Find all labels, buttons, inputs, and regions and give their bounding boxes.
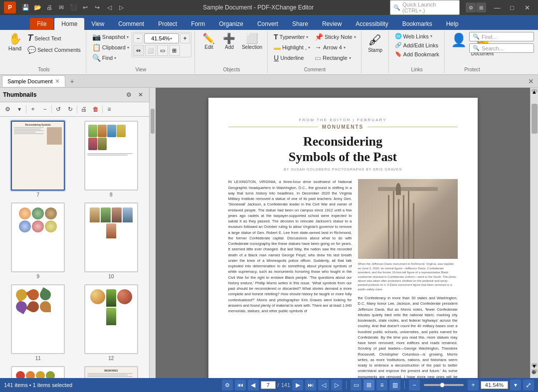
thumb-zoom-out-btn[interactable]: − [39,104,50,115]
selection-btn[interactable]: ⬜ Selection [240,32,264,51]
tab-form[interactable]: Form [184,18,212,30]
tab-file[interactable]: File [30,18,53,30]
stickynote-btn[interactable]: 📌 Sticky Note ▾ [313,32,358,42]
double-page-btn[interactable]: ⊞ [169,45,180,56]
zoom-level-input[interactable] [481,381,508,389]
back-nav-btn[interactable]: ◁ [104,2,115,13]
single-page-btn[interactable]: ▭ [157,45,168,56]
tab-help[interactable]: Help [439,18,466,30]
open-quick-btn[interactable]: 📂 [32,2,43,13]
select-comments-btn[interactable]: 💬 Select Comments [25,45,83,55]
zoom-dd-btn[interactable]: ▾ [510,380,521,391]
zoom-in-status-btn[interactable]: + [468,380,479,391]
web-links-btn[interactable]: 🌐 Web Links ▾ [393,32,441,40]
tab-organize[interactable]: Organize [212,18,250,30]
close-all-tabs-btn[interactable]: ✕ [526,76,536,86]
thumb-more-btn[interactable]: ≡ [104,104,115,115]
email-quick-btn[interactable]: ✉ [56,2,67,13]
fwd-nav-btn[interactable]: ▷ [116,2,127,13]
thumb-page-7[interactable]: Reconsidering Symbols [4,121,72,197]
page-number-input[interactable] [261,381,276,389]
zoom-out-status-btn[interactable]: − [409,380,420,391]
new-tab-btn[interactable]: + [67,76,77,86]
layout-btn[interactable]: ⊞ [476,2,486,12]
thumb-page-12[interactable]: 12 [77,284,146,361]
tab-protect[interactable]: Protect [151,18,184,30]
save-quick-btn[interactable]: 💾 [20,2,31,13]
hand-tool-btn[interactable]: ✋ Hand [5,32,25,67]
edit-btn[interactable]: ✏️ Edit [199,32,219,51]
fit-width-btn[interactable]: ⇔ [133,45,144,56]
left-scrollbar-track[interactable] [150,88,156,378]
close-btn[interactable]: ✕ [520,2,534,13]
thumb-rotate-cw-btn[interactable]: ↻ [65,104,76,115]
view-scroll-btn[interactable]: ≡ [376,380,387,391]
thumb-page-14[interactable]: MEMORIES 14 [77,366,146,378]
add-btn[interactable]: ➕ Add [219,32,239,51]
tab-bookmarks[interactable]: Bookmarks [395,18,439,30]
maximize-btn[interactable]: □ [505,2,519,13]
identity-btn[interactable]: 👤 [449,32,469,67]
stamp-btn[interactable]: 🖋 Stamp [365,32,385,67]
rectangle-btn[interactable]: ▭ Rectangle ▾ [313,53,358,63]
thumbpanel-options-btn[interactable]: ⚙ [123,89,134,100]
tab-share[interactable]: Share [285,18,315,30]
convert-quick-btn[interactable]: ⬛ [68,2,79,13]
pdf-viewport[interactable]: FROM THE EDITOR | FEBRUARY MONUMENTS Rec… [150,88,530,378]
arrow-btn[interactable]: → Arrow 4 ▾ [313,42,358,52]
tab-review[interactable]: Review [315,18,349,30]
right-scrollbar-thumb[interactable] [532,104,538,134]
zoom-slider[interactable] [424,384,464,386]
tab-convert[interactable]: Convert [250,18,285,30]
thumb-delete-btn[interactable]: 🗑 [90,104,101,115]
doc-tab-sample[interactable]: Sample Document ✕ [2,75,65,87]
tab-view[interactable]: View [84,18,111,30]
add-edit-links-btn[interactable]: 🔗 Add/Edit Links [393,41,441,49]
view-double-btn[interactable]: ⊞ [363,380,374,391]
typewriter-btn[interactable]: T Typewriter ▾ [272,32,312,42]
thumb-page-10[interactable]: 10 [77,202,146,279]
thumbpanel-close-btn[interactable]: ✕ [135,89,146,100]
view-facing-btn[interactable]: ▥ [389,380,400,391]
highlight-btn[interactable]: ▬ Highlight , ▾ [272,42,312,52]
thumb-page-13[interactable]: 13 [4,366,72,378]
tab-home[interactable]: Home [54,18,84,30]
nav-prev-btn[interactable]: ◀ [248,380,259,391]
minimize-btn[interactable]: — [490,2,504,13]
doc-tab-close[interactable]: ✕ [55,78,60,85]
tab-comment[interactable]: Comment [111,18,151,30]
thumb-page-11[interactable]: 11 [4,284,72,361]
clipboard-btn[interactable]: 📋 Clipboard ▾ [90,42,131,52]
find-input[interactable]: 🔍 Find... [469,32,534,41]
nav-first-btn[interactable]: ⏮ [235,380,246,391]
add-bookmark-btn[interactable]: 🔖 Add Bookmark [393,50,441,58]
underline-btn[interactable]: U Underline [272,53,312,63]
undo-btn[interactable]: ↩ [80,2,91,13]
zoom-slider-thumb[interactable] [440,383,445,388]
snapshot-btn[interactable]: 📷 Snapshot ▾ [90,32,131,42]
thumb-dd-btn[interactable]: ▾ [14,104,25,115]
expand-btn[interactable]: ⤢ [523,380,534,391]
fit-page-btn[interactable]: ⬜ [145,45,156,56]
thumb-page-9[interactable]: 9 [4,202,72,279]
nav-settings-btn[interactable]: ⚙ [222,380,233,391]
select-text-btn[interactable]: T Select Text [25,32,83,44]
app-settings-btn[interactable]: ⚙ [466,2,476,12]
thumb-rotate-ccw-btn[interactable]: ↺ [53,104,64,115]
zoom-input-display[interactable]: 41.54%▾ [144,33,179,43]
thumb-zoom-in-btn[interactable]: + [27,104,38,115]
nav-back-btn[interactable]: ◁ [318,380,329,391]
thumb-print-btn[interactable]: 🖨 [78,104,89,115]
thumb-page-8[interactable]: 8 [77,121,146,197]
tab-accessibility[interactable]: Accessibility [349,18,395,30]
scroll-down-arrow[interactable]: ▼ [532,363,538,367]
scroll-end-arrow[interactable]: ⊕ [532,369,538,373]
nav-last-btn[interactable]: ⏭ [305,380,316,391]
left-scrollbar-thumb[interactable] [151,109,155,134]
nav-next-btn[interactable]: ▶ [292,380,303,391]
quick-launch-search[interactable]: 🔍 Quick Launch (CTRL+.) [390,0,460,15]
redo-btn[interactable]: ↪ [92,2,103,13]
nav-fwd-btn[interactable]: ▷ [331,380,342,391]
zoom-in-btn[interactable]: + [180,33,190,43]
view-single-btn[interactable]: ▭ [351,380,361,391]
